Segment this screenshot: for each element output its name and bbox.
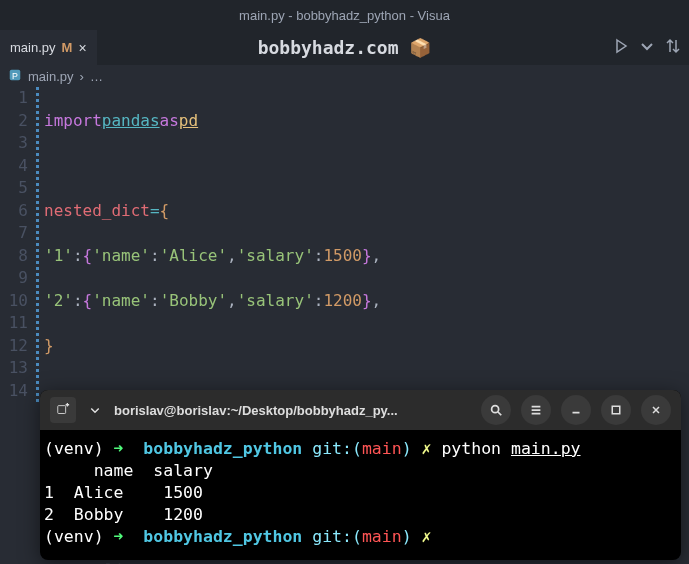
- terminal-body[interactable]: (venv) ➜ bobbyhadz_python git:(main) ✗ p…: [40, 430, 681, 560]
- terminal-title: borislav@borislav:~/Desktop/bobbyhadz_py…: [114, 403, 471, 418]
- maximize-icon[interactable]: [601, 395, 631, 425]
- breadcrumb[interactable]: P main.py › …: [0, 65, 689, 87]
- menu-icon[interactable]: [521, 395, 551, 425]
- chevron-down-icon[interactable]: [86, 404, 104, 416]
- modified-indicator: M: [62, 40, 73, 55]
- search-icon[interactable]: [481, 395, 511, 425]
- tab-label: main.py: [10, 40, 56, 55]
- terminal-header: borislav@borislav:~/Desktop/bobbyhadz_py…: [40, 390, 681, 430]
- run-icon[interactable]: [613, 38, 629, 58]
- terminal-output: name salary 1 Alice 1500 2 Bobby 1200: [44, 461, 213, 524]
- breadcrumb-file: main.py: [28, 69, 74, 84]
- terminal-new-tab-icon[interactable]: [50, 397, 76, 423]
- python-file-icon: P: [8, 68, 22, 85]
- minimize-icon[interactable]: [561, 395, 591, 425]
- tab-main-py[interactable]: main.py M ×: [0, 30, 97, 65]
- editor-actions: [613, 38, 681, 58]
- breadcrumb-more: …: [90, 69, 103, 84]
- watermark: bobbyhadz.com 📦: [258, 37, 432, 58]
- close-icon[interactable]: ×: [78, 40, 86, 56]
- close-icon[interactable]: [641, 395, 671, 425]
- window-title-bar: main.py - bobbyhadz_python - Visua: [0, 0, 689, 30]
- svg-text:P: P: [12, 70, 18, 80]
- tab-bar: main.py M × bobbyhadz.com 📦: [0, 30, 689, 65]
- svg-point-3: [492, 406, 499, 413]
- gutter: 123 456 789 101112 1314: [0, 87, 36, 564]
- chevron-down-icon[interactable]: [639, 38, 655, 58]
- terminal-panel: borislav@borislav:~/Desktop/bobbyhadz_py…: [40, 390, 681, 560]
- svg-rect-2: [58, 406, 66, 414]
- window-title: main.py - bobbyhadz_python - Visua: [239, 8, 450, 23]
- breadcrumb-sep: ›: [80, 69, 84, 84]
- svg-rect-4: [612, 406, 620, 414]
- compare-icon[interactable]: [665, 38, 681, 58]
